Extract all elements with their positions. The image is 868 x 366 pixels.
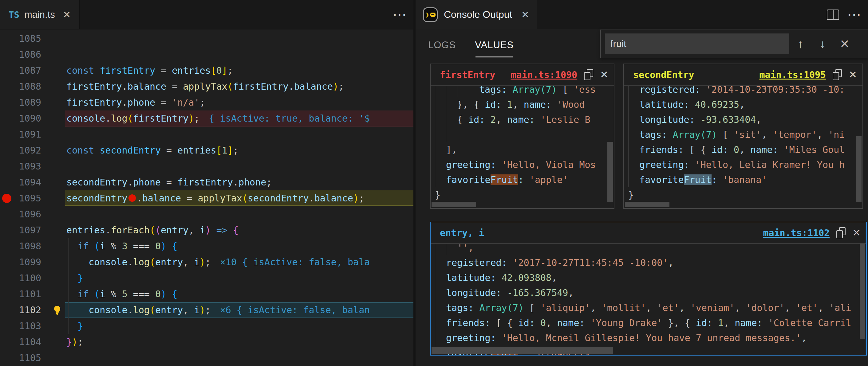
breakpoint-margin[interactable] bbox=[0, 206, 13, 222]
horizontal-scrollbar[interactable] bbox=[432, 202, 476, 207]
code-token: = bbox=[155, 65, 172, 76]
log-panel-header: secondEntrymain.ts:1095✕ bbox=[624, 64, 863, 86]
code-token: firstEntry bbox=[100, 65, 155, 76]
vertical-scrollbar[interactable] bbox=[856, 136, 862, 203]
code-token: 'Young Drake' bbox=[590, 318, 663, 328]
close-find-icon[interactable]: ✕ bbox=[834, 37, 856, 51]
close-console-tab-icon[interactable]: ✕ bbox=[521, 9, 529, 20]
breakpoint-margin[interactable] bbox=[0, 190, 13, 206]
code-token bbox=[485, 114, 490, 125]
breakpoint-margin[interactable] bbox=[0, 127, 13, 142]
code-token: ; bbox=[200, 97, 205, 108]
log-row-text: greeting: 'Hello, Viola Mos bbox=[446, 157, 596, 172]
breakpoint-margin[interactable] bbox=[0, 63, 13, 78]
close-tab-icon[interactable]: ✕ bbox=[63, 9, 71, 20]
breakpoint-margin[interactable] bbox=[0, 254, 13, 270]
indent-guide bbox=[435, 270, 435, 285]
code-token: . bbox=[122, 81, 128, 92]
breakpoint-margin[interactable] bbox=[0, 238, 13, 254]
console-more-actions-icon[interactable]: ⋯ bbox=[847, 0, 861, 29]
code-token bbox=[211, 225, 216, 235]
log-row-text: ], bbox=[446, 142, 457, 157]
log-panel-title: secondEntry bbox=[633, 69, 752, 80]
breakpoint-margin[interactable] bbox=[0, 159, 13, 174]
log-row-text: } bbox=[435, 187, 440, 202]
log-panel-title: firstEntry bbox=[440, 69, 504, 80]
code-editor[interactable]: 108510861087const firstEntry = entries[0… bbox=[0, 31, 413, 366]
line-number: 1102 bbox=[13, 302, 49, 318]
glyph-margin[interactable] bbox=[49, 302, 65, 318]
breakpoint-margin[interactable] bbox=[0, 334, 13, 350]
code-token: 'dolor' bbox=[746, 302, 784, 313]
copy-icon[interactable] bbox=[833, 69, 842, 80]
code-token: secondEntry bbox=[66, 177, 128, 188]
glyph-margin bbox=[49, 127, 65, 142]
editor-group-divider[interactable] bbox=[413, 0, 415, 366]
tab-logs[interactable]: LOGS bbox=[428, 40, 456, 51]
code-token: % bbox=[105, 289, 122, 299]
log-panel: firstEntrymain.ts:1090✕tags: Array(7) [ … bbox=[430, 64, 614, 209]
breakpoint-margin[interactable] bbox=[0, 286, 13, 302]
indent-guide bbox=[435, 142, 435, 157]
vertical-scrollbar[interactable] bbox=[860, 243, 865, 339]
breakpoint-margin[interactable] bbox=[0, 95, 13, 110]
tab-console-output[interactable]: ❯ Console Output ✕ bbox=[415, 0, 537, 29]
code-token: favorite bbox=[446, 174, 491, 185]
search-input[interactable] bbox=[605, 33, 789, 54]
tab-values[interactable]: VALUES bbox=[475, 40, 514, 51]
breakpoint-margin[interactable] bbox=[0, 174, 13, 190]
close-panel-icon[interactable]: ✕ bbox=[600, 69, 608, 80]
tab-main-ts[interactable]: TS main.ts ✕ bbox=[0, 0, 80, 29]
log-row: { id: 2, name: 'Leslie B bbox=[431, 112, 614, 127]
log-panel-title: entry, i bbox=[440, 228, 756, 238]
split-editor-icon[interactable] bbox=[827, 9, 839, 20]
breakpoint-margin[interactable] bbox=[0, 270, 13, 286]
breakpoint-margin[interactable] bbox=[0, 350, 13, 366]
source-link[interactable]: main.ts:1102 bbox=[763, 228, 830, 238]
log-row-text: } bbox=[628, 187, 634, 202]
indent-guide bbox=[435, 86, 435, 97]
copy-icon[interactable] bbox=[836, 227, 845, 238]
code-token bbox=[728, 144, 734, 155]
close-panel-icon[interactable]: ✕ bbox=[852, 227, 861, 239]
code-token: 'Hello, Lelia Kramer! You h bbox=[695, 159, 845, 170]
close-panel-icon[interactable]: ✕ bbox=[849, 69, 857, 80]
copy-icon[interactable] bbox=[584, 69, 593, 80]
breakpoint-margin[interactable] bbox=[0, 78, 13, 95]
horizontal-scrollbar[interactable] bbox=[625, 202, 670, 207]
code-token: = bbox=[166, 81, 183, 92]
log-row: registered: '2014-10-23T09:35:30 -10: bbox=[624, 86, 863, 97]
glyph-margin bbox=[49, 142, 65, 159]
code-line: 1091 bbox=[0, 127, 413, 142]
source-link[interactable]: main.ts:1090 bbox=[510, 69, 577, 80]
breakpoint-margin[interactable] bbox=[0, 142, 13, 159]
code-token: entries bbox=[177, 145, 216, 156]
breakpoint-margin[interactable] bbox=[0, 302, 13, 318]
code-line-content bbox=[65, 127, 413, 142]
lightbulb-icon[interactable] bbox=[52, 305, 62, 315]
breakpoint-margin[interactable] bbox=[0, 31, 13, 47]
breakpoint-margin[interactable] bbox=[0, 110, 13, 127]
code-token: Fruit bbox=[684, 174, 712, 185]
code-token bbox=[502, 288, 507, 298]
code-token: 'sit' bbox=[734, 129, 761, 140]
indent-guide bbox=[435, 330, 435, 345]
code-token: = bbox=[181, 193, 198, 204]
breakpoint-margin[interactable] bbox=[0, 47, 13, 63]
code-line-content: secondEntry.phone = firstEntry.phone; bbox=[65, 174, 413, 190]
log-rows: tags: Array(7) [ 'ess}, { id: 1, name: '… bbox=[431, 86, 614, 202]
code-token: Array(7) bbox=[513, 86, 557, 95]
line-number: 1087 bbox=[13, 63, 49, 78]
code-token: greeting: bbox=[639, 159, 689, 170]
horizontal-scrollbar[interactable] bbox=[432, 347, 613, 354]
editor-more-actions-icon[interactable]: ⋯ bbox=[393, 0, 407, 29]
breakpoint-margin[interactable] bbox=[0, 318, 13, 334]
next-match-icon[interactable]: ↓ bbox=[811, 37, 834, 51]
vertical-scrollbar[interactable] bbox=[607, 142, 613, 202]
source-link[interactable]: main.ts:1095 bbox=[759, 69, 826, 80]
previous-match-icon[interactable]: ↑ bbox=[789, 37, 811, 51]
breakpoint-margin[interactable] bbox=[0, 222, 13, 238]
code-line-content bbox=[65, 31, 413, 47]
code-line: 1093 bbox=[0, 159, 413, 174]
code-token bbox=[496, 159, 502, 170]
